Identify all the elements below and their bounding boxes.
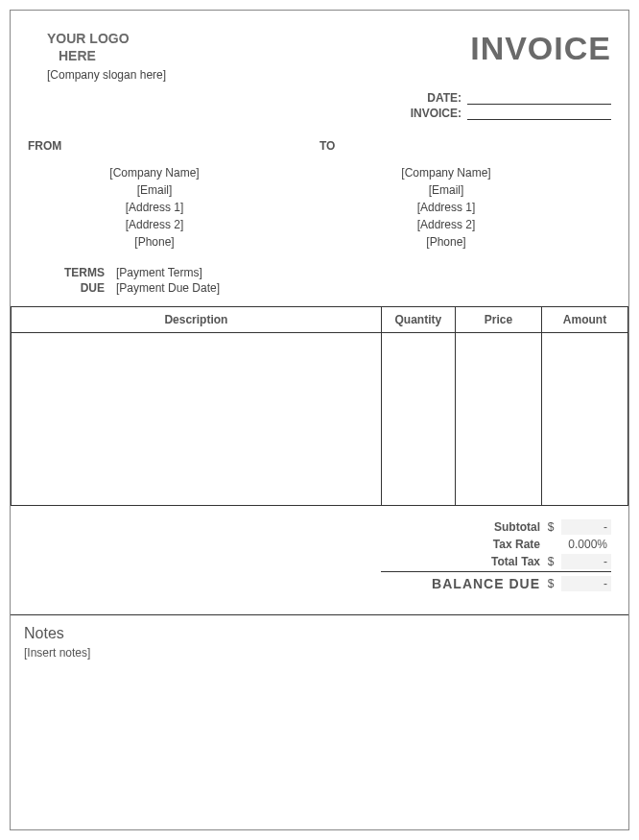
date-label: DATE:	[427, 91, 462, 105]
to-phone: [Phone]	[320, 233, 573, 251]
totals-block: Subtotal $ - Tax Rate 0.000% Total Tax $…	[11, 506, 628, 603]
from-heading: FROM	[28, 139, 320, 153]
table-row	[12, 332, 628, 505]
totaltax-currency: $	[540, 555, 561, 568]
invoice-number-row: INVOICE:	[28, 107, 611, 120]
invoice-number-label: INVOICE:	[411, 107, 462, 120]
taxrate-label: Tax Rate	[444, 538, 540, 551]
invoice-title: INVOICE	[329, 30, 611, 67]
cell-price[interactable]	[455, 332, 541, 505]
items-table: Description Quantity Price Amount	[11, 306, 628, 506]
to-lines: [Company Name] [Email] [Address 1] [Addr…	[320, 164, 611, 251]
notes-block: Notes [Insert notes]	[11, 615, 628, 669]
to-email: [Email]	[320, 181, 573, 199]
to-address2: [Address 2]	[320, 216, 573, 233]
invoice-number-field[interactable]	[467, 107, 611, 120]
title-block: INVOICE	[329, 30, 611, 84]
terms-block: TERMS [Payment Terms] DUE [Payment Due D…	[11, 260, 628, 306]
totals-divider	[381, 571, 611, 572]
date-row: DATE:	[28, 91, 611, 105]
notes-body[interactable]: [Insert notes]	[24, 646, 615, 660]
balance-currency: $	[540, 577, 561, 590]
cell-description[interactable]	[12, 332, 382, 505]
due-value: [Payment Due Date]	[116, 281, 220, 295]
from-column: FROM [Company Name] [Email] [Address 1] …	[28, 139, 320, 251]
from-phone: [Phone]	[28, 233, 281, 251]
invoice-page: YOUR LOGO HERE [Company slogan here] INV…	[10, 10, 629, 830]
col-description: Description	[12, 306, 382, 332]
meta-block: DATE: INVOICE:	[11, 84, 628, 120]
totaltax-row: Total Tax $ -	[28, 554, 611, 569]
from-address1: [Address 1]	[28, 199, 281, 216]
address-section: FROM [Company Name] [Email] [Address 1] …	[11, 122, 628, 260]
logo-line2: HERE	[47, 47, 329, 64]
to-address1: [Address 1]	[320, 199, 573, 216]
totaltax-label: Total Tax	[444, 555, 540, 568]
balance-row: BALANCE DUE $ -	[28, 576, 611, 591]
logo-line1: YOUR LOGO	[47, 30, 329, 47]
subtotal-value: -	[561, 519, 611, 535]
subtotal-label: Subtotal	[444, 520, 540, 534]
taxrate-value: 0.000%	[561, 537, 611, 552]
col-price: Price	[455, 306, 541, 332]
company-slogan: [Company slogan here]	[47, 68, 329, 84]
from-company: [Company Name]	[28, 164, 281, 181]
balance-value: -	[561, 576, 611, 591]
header-row: YOUR LOGO HERE [Company slogan here] INV…	[11, 11, 628, 84]
due-label: DUE	[28, 281, 105, 295]
subtotal-currency: $	[540, 520, 561, 534]
due-row: DUE [Payment Due Date]	[28, 281, 611, 295]
to-heading: TO	[320, 139, 611, 153]
terms-value: [Payment Terms]	[116, 266, 202, 279]
balance-label: BALANCE DUE	[396, 576, 540, 591]
items-header-row: Description Quantity Price Amount	[12, 306, 628, 332]
terms-label: TERMS	[28, 266, 105, 279]
taxrate-row: Tax Rate 0.000%	[28, 537, 611, 552]
totaltax-value: -	[561, 554, 611, 569]
logo-block: YOUR LOGO HERE [Company slogan here]	[28, 30, 329, 84]
terms-row: TERMS [Payment Terms]	[28, 266, 611, 279]
to-company: [Company Name]	[320, 164, 573, 181]
from-address2: [Address 2]	[28, 216, 281, 233]
cell-quantity[interactable]	[381, 332, 455, 505]
col-amount: Amount	[541, 306, 627, 332]
from-lines: [Company Name] [Email] [Address 1] [Addr…	[28, 164, 320, 251]
subtotal-row: Subtotal $ -	[28, 519, 611, 535]
notes-title: Notes	[24, 625, 615, 642]
col-quantity: Quantity	[381, 306, 455, 332]
from-email: [Email]	[28, 181, 281, 199]
date-field[interactable]	[467, 91, 611, 105]
to-column: TO [Company Name] [Email] [Address 1] [A…	[320, 139, 611, 251]
cell-amount[interactable]	[541, 332, 627, 505]
